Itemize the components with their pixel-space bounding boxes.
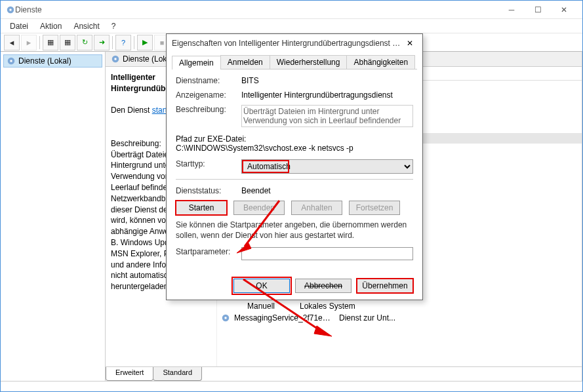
svg-marker-9 <box>237 243 251 253</box>
action-prefix: Den Dienst <box>111 106 152 115</box>
apply-button[interactable]: Übernehmen <box>357 279 413 293</box>
dialog-title: Eigenschaften von Intelligenter Hintergr… <box>172 39 403 48</box>
menu-file[interactable]: Datei <box>5 20 33 32</box>
tree-node-label: Dienste (Lokal) <box>18 56 71 66</box>
dialog-title-bar: Eigenschaften von Intelligenter Hintergr… <box>167 34 422 52</box>
close-button[interactable]: ✕ <box>551 1 577 19</box>
svg-line-10 <box>243 279 322 332</box>
svg-line-8 <box>245 201 279 246</box>
refresh-button[interactable]: ↻ <box>77 35 92 50</box>
resume-button: Fortsetzen <box>349 201 400 215</box>
menu-help[interactable]: ? <box>106 20 121 32</box>
toolbar-btn-1[interactable]: ▦ <box>43 35 58 50</box>
annotation-arrow-1 <box>237 197 289 256</box>
svg-point-7 <box>224 317 227 319</box>
tree-pane[interactable]: Dienste (Lokal) <box>1 52 106 381</box>
description-label: Beschreibung: <box>176 105 241 114</box>
display-name-value: Intelligenter Hintergrundübertragungsdie… <box>241 90 413 100</box>
starttype-label: Starttyp: <box>176 159 241 168</box>
tab-extended[interactable]: Erweitert <box>106 367 153 381</box>
dialog-close-button[interactable]: ✕ <box>403 37 417 49</box>
menu-view[interactable]: Ansicht <box>68 20 104 32</box>
toolbar-btn-2[interactable]: ▦ <box>60 35 75 50</box>
svg-point-1 <box>9 9 12 11</box>
export-button[interactable]: ➜ <box>94 35 110 50</box>
startparam-label: Startparameter: <box>176 247 241 256</box>
tab-dependencies[interactable]: Abhängigkeiten <box>346 55 415 69</box>
title-bar: Dienste ─ ☐ ✕ <box>1 1 582 19</box>
properties-dialog: Eigenschaften von Intelligenter Hintergr… <box>166 33 423 300</box>
path-value: C:\WINDOWS\System32\svchost.exe -k netsv… <box>176 144 413 153</box>
svg-marker-11 <box>314 326 332 336</box>
services-window: Dienste ─ ☐ ✕ Datei Aktion Ansicht ? ◄ ►… <box>0 0 583 392</box>
service-name-label: Dienstname: <box>176 76 241 85</box>
gear-icon <box>221 313 230 323</box>
description-text[interactable]: Überträgt Dateien im Hintergrund unter V… <box>241 105 413 127</box>
start-button[interactable]: Starten <box>176 201 227 215</box>
pause-button: Anhalten <box>291 201 342 215</box>
tab-general[interactable]: Allgemein <box>172 56 221 69</box>
gear-icon <box>111 54 120 64</box>
menu-action[interactable]: Aktion <box>35 20 67 32</box>
tab-recovery[interactable]: Wiederherstellung <box>270 55 348 69</box>
svg-point-3 <box>10 60 12 62</box>
status-value: Beendet <box>241 186 413 195</box>
status-label: Dienststatus: <box>176 186 241 195</box>
back-button[interactable]: ◄ <box>4 35 20 50</box>
annotation-arrow-2 <box>237 276 342 342</box>
tab-logon[interactable]: Anmelden <box>220 55 270 69</box>
svg-point-5 <box>114 58 117 60</box>
minimize-button[interactable]: ─ <box>498 1 525 19</box>
dialog-body: Dienstname: BITS Anzeigename: Intelligen… <box>167 69 422 272</box>
dialog-tabs: Allgemein Anmelden Wiederherstellung Abh… <box>172 55 417 69</box>
starttype-select[interactable]: Automatisch <box>241 159 413 174</box>
tab-standard[interactable]: Standard <box>153 367 202 381</box>
status-bar <box>1 381 582 391</box>
start-param-note: Sie können die Startparameter angeben, d… <box>176 220 413 241</box>
help-button[interactable]: ? <box>115 35 131 50</box>
menu-bar: Datei Aktion Ansicht ? <box>1 19 582 33</box>
window-title: Dienste <box>15 5 498 14</box>
display-name-label: Anzeigename: <box>176 90 241 100</box>
view-tabs: Erweitert Standard <box>106 366 582 381</box>
maximize-button[interactable]: ☐ <box>525 1 551 19</box>
tree-node-services-local[interactable]: Dienste (Lokal) <box>3 54 102 68</box>
play-button[interactable]: ▶ <box>137 35 153 50</box>
gear-icon <box>7 56 16 66</box>
service-name-value: BITS <box>241 76 413 85</box>
forward-button[interactable]: ► <box>21 35 37 50</box>
row-desc: Dienst zur Unt... <box>335 313 399 325</box>
path-label: Pfad zur EXE-Datei: <box>176 134 413 144</box>
app-icon <box>6 5 15 14</box>
control-buttons: Starten Beenden Anhalten Fortsetzen <box>176 201 413 215</box>
desc-heading: Beschreibung: <box>111 139 161 148</box>
